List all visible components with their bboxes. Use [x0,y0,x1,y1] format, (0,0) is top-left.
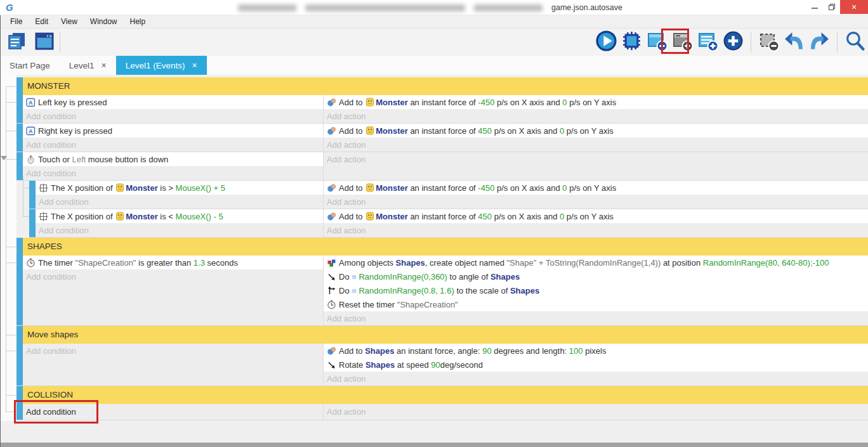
add-condition-button[interactable]: Add condition [23,344,323,358]
text-segment: MouseX() + 5 [176,183,225,193]
text-segment: an instant force of [408,212,478,221]
menu-view[interactable]: View [55,15,84,29]
add-action-button[interactable]: Add action [324,152,868,166]
text-segment: p/s on X axis and [494,98,562,107]
add-circle-button[interactable] [721,30,745,54]
add-action-button[interactable]: Add action [324,404,868,420]
actions-cell: Add action [324,152,868,180]
action[interactable]: Do = RandomInRange(0,360) to angle of Sh… [324,269,868,283]
add-condition-button[interactable]: Add condition [23,269,323,283]
condition[interactable]: The X position of Monster is < MouseX() … [36,209,323,223]
search-button[interactable] [843,30,867,54]
comment-event[interactable]: SHAPES [16,238,868,256]
redacted-title-text [238,4,296,11]
comment-event[interactable]: Move shapes [16,326,868,344]
play-button[interactable] [595,30,618,54]
tab-close-icon[interactable]: × [192,61,197,70]
condition[interactable]: The timer "ShapeCreation" is greater tha… [23,256,323,269]
text-segment: p/s on Y axis [564,212,614,221]
condition[interactable]: Touch or Left mouse button is down [23,152,323,166]
svg-text:A: A [29,128,33,134]
text-segment: The X position of [51,212,115,221]
add-action-button[interactable]: Add action [324,195,868,209]
add-action-button[interactable]: Add action [324,138,868,152]
text-segment: "ShapeCreation" [76,258,136,268]
comment-event[interactable]: MONSTER [16,77,868,95]
condition[interactable]: ALeft key is pressed [23,95,323,109]
action[interactable]: Add to Shapes an instant force, angle: 9… [324,344,868,358]
close-button[interactable]: × [840,0,868,14]
tab-level1-events-[interactable]: Level1 (Events)× [116,56,207,75]
object-name: Monster [376,98,408,107]
actions-cell: Add to Monster an instant force of 450 p… [324,124,868,152]
add-condition-button[interactable]: Add condition [23,138,323,152]
add-condition-button[interactable]: Add condition [36,195,323,209]
event-selection-bar[interactable] [16,344,23,385]
add-action-button[interactable]: Add action [324,311,868,325]
add-action-button[interactable]: Add action [324,109,868,123]
tab-start-page[interactable]: Start Page [0,56,60,75]
add-action-button[interactable]: Add action [324,223,868,237]
maximize-button[interactable] [823,0,840,14]
condition[interactable]: ARight key is pressed [23,124,323,138]
comment-event[interactable]: COLLISION [16,386,868,404]
debug-button[interactable] [620,30,643,54]
event-selection-bar[interactable] [16,124,23,152]
menu-edit[interactable]: Edit [29,15,55,29]
minimize-button[interactable] [806,0,823,14]
action[interactable]: Do = RandomInRange(0.8, 1.6) to the scal… [324,283,868,297]
toolbar-separator [837,32,838,53]
redacted-title-text [474,4,542,11]
event-selection-bar[interactable] [16,95,23,123]
event-row: The timer "ShapeCreation" is greater tha… [16,256,868,326]
text-segment: p/s on X axis and [492,126,560,136]
condition[interactable]: The X position of Monster is > MouseX() … [36,181,323,195]
remove-event-button[interactable] [757,30,780,54]
tab-label: Level1 (Events) [126,61,185,70]
add-condition-button[interactable]: Add condition [23,109,323,123]
action[interactable]: Reset the timer "ShapeCreation" [324,297,868,311]
text-segment: = [352,272,358,282]
scene-editor-button[interactable] [32,30,56,54]
object-name: Monster [126,212,158,221]
gdevelop-logo-icon: G [6,2,17,13]
force-icon [327,183,336,193]
menu-help[interactable]: Help [124,15,152,29]
action[interactable]: Among objects Shapes, create object name… [324,256,868,269]
action[interactable]: Add to Monster an instant force of 450 p… [324,124,868,138]
timer-icon [327,300,336,309]
project-manager-button[interactable] [5,30,29,54]
event-selection-bar[interactable] [29,209,36,237]
event-row: ARight key is pressedAdd conditionAdd to… [16,124,868,152]
tab-close-icon[interactable]: × [102,61,107,70]
redacted-title-text [305,4,465,11]
redo-icon [809,30,830,54]
window-left-border [0,15,1,447]
menu-file[interactable]: File [4,15,29,29]
event-selection-bar[interactable] [29,181,36,209]
title-bar: G game.json.autosave × [0,0,868,15]
event-selection-bar[interactable] [16,256,23,325]
text-segment: is [158,183,169,193]
add-condition-button[interactable]: Add condition [36,223,323,237]
text-segment: at position [661,258,703,268]
menu-window[interactable]: Window [84,15,124,29]
action[interactable]: Add to Monster an instant force of -450 … [324,181,868,195]
text-segment: Shapes [490,272,520,282]
add-comment-button[interactable] [696,30,720,54]
event-selection-bar[interactable] [16,152,23,180]
conditions-cell: ARight key is pressedAdd condition [23,124,324,152]
undo-button[interactable] [782,30,806,54]
text-segment: Among objects [339,258,396,268]
action[interactable]: Rotate Shapes at speed 90deg/second [324,358,868,372]
redo-button[interactable] [808,30,831,54]
action[interactable]: Add to Monster an instant force of 450 p… [324,209,868,223]
action[interactable]: Add to Monster an instant force of -450 … [324,95,868,109]
text-segment: p/s on X axis and [494,183,562,193]
add-condition-button[interactable]: Add condition [23,166,323,180]
force-icon [327,98,336,107]
conditions-cell: The X position of Monster is > MouseX() … [36,181,324,209]
tab-level1[interactable]: Level1× [60,56,116,75]
remove-event-icon [758,30,780,55]
add-action-button[interactable]: Add action [324,372,868,385]
